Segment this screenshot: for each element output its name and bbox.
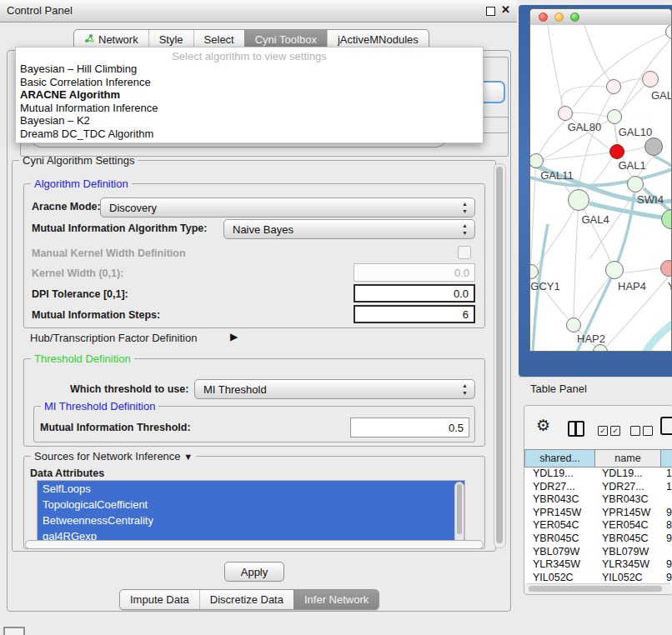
network-node-gal4[interactable] (568, 189, 589, 211)
sources-legend-text: Sources for Network Inference (34, 450, 181, 462)
tab-impute-data-label: Impute Data (130, 593, 189, 606)
kernel-width-label: Kernel Width (0,1): (32, 268, 123, 279)
settings-scrollbar-thumb[interactable] (496, 167, 503, 543)
import-table-icon[interactable] (660, 417, 672, 435)
mi-type-label: Mutual Information Algorithm Type: (32, 222, 207, 234)
hub-definition-toggle[interactable]: Hub/Transcription Factor Definition (30, 332, 197, 344)
network-tab-icon (84, 33, 95, 46)
algorithm-option-mutual-information-inference[interactable]: Mutual Information Inference (16, 102, 483, 115)
bottom-tabs: Impute DataDiscretize DataInfer Network (119, 589, 379, 610)
minimized-panel-icon[interactable] (3, 627, 25, 635)
aracne-mode-combo[interactable]: Discovery ▲▼ (100, 198, 475, 218)
algorithm-dropdown-list: Bayesian – Hill ClimbingBasic Correlatio… (16, 62, 483, 141)
kernel-width-field[interactable]: 0.0 (354, 263, 475, 282)
network-node-gal10[interactable] (607, 109, 622, 124)
network-node-hap2[interactable] (566, 318, 581, 332)
collapse-down-icon[interactable]: ▼ (183, 452, 193, 462)
table-panel-title: Table Panel (530, 382, 587, 395)
unchecked-checkbox-icon[interactable] (643, 426, 653, 436)
network-node-gal80[interactable] (558, 106, 573, 121)
algorithm-option-basic-correlation-inference[interactable]: Basic Correlation Inference (16, 76, 483, 89)
tab-cyni-toolbox-label: Cyni Toolbox (255, 33, 317, 46)
table-cell: 9. (661, 532, 672, 546)
table-row[interactable]: YBR045CYBR045C9. (524, 532, 672, 546)
stepper-arrows-icon: ▲▼ (462, 382, 468, 397)
table-row[interactable]: YIL052CYIL052C9 (524, 572, 672, 583)
network-window-titlebar[interactable] (530, 9, 671, 26)
network-node-y[interactable] (660, 260, 672, 277)
attribute-item-topologicalcoefficient[interactable]: TopologicalCoefficient (38, 497, 464, 512)
node-label-gcy1: GCY1 (530, 280, 559, 292)
apply-button[interactable]: Apply (224, 562, 284, 582)
mi-steps-field[interactable]: 6 (354, 305, 475, 323)
attribute-item-selfloops[interactable]: SelfLoops (38, 481, 464, 497)
network-node-gal1[interactable] (609, 144, 624, 159)
tab-infer-network-label: Infer Network (304, 593, 369, 606)
attributes-scrollbar[interactable] (454, 482, 464, 543)
table-row[interactable]: YER054CYER054C8. (524, 519, 672, 532)
sources-hscrollbar[interactable] (25, 540, 484, 549)
checked-checkbox-icon[interactable]: ✓ (610, 426, 620, 436)
mi-threshold-field[interactable]: 0.5 (350, 418, 469, 438)
table-cell: 8. (661, 519, 672, 532)
algorithm-option-bayesian-k2[interactable]: Bayesian – K2 (16, 114, 483, 128)
threshold-definition-legend: Threshold Definition (31, 352, 134, 365)
algorithm-option-bayesian-hill-climbing[interactable]: Bayesian – Hill Climbing (16, 62, 483, 76)
which-threshold-combo[interactable]: MI Threshold ▲▼ (194, 379, 475, 399)
algorithm-dropdown: Select algorithm to view settings Bayesi… (15, 47, 484, 143)
dpi-tolerance-value: 0.0 (454, 288, 469, 300)
columns-icon[interactable] (568, 421, 584, 437)
mi-type-combo[interactable]: Naive Bayes ▲▼ (223, 219, 475, 239)
minimize-window-icon[interactable] (554, 12, 564, 22)
node-label-gal4: GAL4 (581, 213, 609, 226)
float-panel-icon[interactable] (486, 7, 495, 16)
unchecked-checkbox-icon[interactable] (630, 426, 640, 436)
table-cell: YBR045C (595, 532, 661, 546)
table-row[interactable]: YLR345WYLR345W9. (524, 558, 672, 572)
tab-infer-network[interactable]: Infer Network (293, 590, 379, 609)
aracne-mode-label: Aracne Mode: (32, 201, 101, 212)
control-panel: Control Panel ✕ NetworkStyleSelectCyni T… (0, 0, 517, 635)
table-cell: YER054C (524, 519, 595, 532)
table-row[interactable]: YDR27...YDR27...12 (524, 481, 672, 494)
gear-icon[interactable]: ⚙ (536, 416, 550, 435)
table-row[interactable]: YDL19...YDL19...13 (524, 468, 672, 481)
mi-threshold-legend: MI Threshold Definition (41, 400, 158, 412)
stepper-arrows-icon: ▲▼ (462, 200, 468, 215)
table-row[interactable]: YBR043CYBR043C (524, 493, 672, 507)
data-attributes-label: Data Attributes (30, 468, 104, 479)
close-panel-icon[interactable]: ✕ (501, 3, 510, 16)
network-node-hap4[interactable] (605, 261, 624, 279)
tab-discretize-data[interactable]: Discretize Data (199, 590, 293, 609)
network-node-swi4[interactable] (627, 176, 644, 192)
network-node[interactable] (606, 79, 621, 94)
zoom-window-icon[interactable] (570, 12, 579, 22)
checked-checkbox-icon[interactable]: ✓ (598, 426, 608, 436)
mi-steps-label: Mutual Information Steps: (32, 309, 160, 321)
network-node-gal[interactable] (642, 71, 659, 88)
dpi-tolerance-field[interactable]: 0.0 (354, 284, 475, 302)
network-canvas[interactable]: GALGAL80GAL10GAL1GAL11SWI4GAL4GCY1HAP4YH… (530, 25, 672, 352)
attribute-item-betweennesscentrality[interactable]: BetweennessCentrality (38, 512, 464, 528)
settings-scrollbar[interactable] (494, 163, 506, 548)
which-threshold-label: Which threshold to use: (70, 383, 188, 395)
algorithm-option-aracne-algorithm[interactable]: ARACNE Algorithm (16, 88, 483, 102)
table-hscrollbar[interactable] (527, 583, 670, 593)
algorithm-definition-legend: Algorithm Definition (31, 178, 132, 190)
manual-kernel-checkbox[interactable] (458, 246, 471, 259)
attributes-scrollbar-thumb[interactable] (457, 484, 462, 534)
table-row[interactable]: YBL079WYBL079W (524, 546, 672, 559)
column-header-cut[interactable] (661, 449, 672, 468)
network-node[interactable] (644, 138, 663, 156)
table-hscrollbar-thumb[interactable] (529, 586, 662, 592)
mi-steps-value: 6 (463, 308, 469, 321)
table-row[interactable]: YPR145WYPR145W9. (524, 507, 672, 520)
table-header: shared...name (524, 449, 672, 468)
column-header-shared[interactable]: shared... (524, 449, 595, 468)
expand-right-icon[interactable]: ▶ (230, 331, 238, 342)
algorithm-option-dream8-dc-tdc-algorithm[interactable]: Dream8 DC_TDC Algorithm (16, 128, 483, 141)
tab-impute-data[interactable]: Impute Data (120, 590, 199, 609)
column-header-name[interactable]: name (595, 449, 661, 468)
close-window-icon[interactable] (539, 12, 548, 22)
network-window[interactable]: GALGAL80GAL10GAL1GAL11SWI4GAL4GCY1HAP4YH… (529, 8, 672, 352)
